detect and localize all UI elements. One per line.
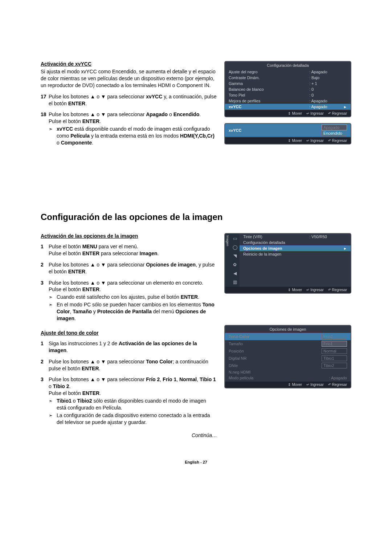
osd-row: Ajuste del negro: Apagado bbox=[225, 69, 351, 75]
tono-note-b: La configuración de cada dispositivo ext… bbox=[49, 412, 217, 426]
step-3: 3 Pulse los botones ▲ o ▼ para seleccion… bbox=[41, 280, 217, 322]
osd-sidebar-icons: ▭ ◯ ◥ ✿ ◀ ▥ bbox=[230, 234, 240, 287]
right-arrow-icon: ► bbox=[342, 105, 347, 109]
osd-imagen-menu: Imagen ▭ ◯ ◥ ✿ ◀ ▥ Tinte (V/R): V50/R50 … bbox=[224, 233, 351, 294]
move-hint: Mover bbox=[288, 288, 302, 292]
note-body: Tibio1 o Tibio2 sólo están disponibles c… bbox=[57, 398, 217, 411]
enter-hint: Ingresar bbox=[306, 139, 324, 143]
setup-icon: ✿ bbox=[232, 262, 238, 267]
opciones-imagen-block: Activación de las opciones de la imagen … bbox=[41, 233, 351, 438]
step-18-note: xvYCC está disponible cuando el modo de … bbox=[49, 126, 217, 146]
xvycc-intro: Si ajusta el modo xvYCC como Encendido, … bbox=[41, 68, 217, 89]
note-body: En el modo PC sólo se pueden hacer cambi… bbox=[57, 301, 217, 322]
step-body: Siga las instrucciones 1 y 2 de Activaci… bbox=[49, 340, 217, 354]
note-body: xvYCC está disponible cuando el modo de … bbox=[57, 126, 217, 146]
step-1: 1 Pulse el botón MENU para ver el menú. … bbox=[41, 243, 217, 257]
osd-row: N.neg HDMI bbox=[225, 369, 351, 375]
option-normal: Normal bbox=[322, 348, 347, 354]
xvycc-shots: Configuración detallada Ajuste del negro… bbox=[224, 61, 351, 150]
option-frio1: Frío1 bbox=[322, 341, 347, 347]
osd-flex: Imagen ▭ ◯ ◥ ✿ ◀ ▥ Tinte (V/R): V50/R50 … bbox=[225, 234, 351, 287]
osd-row-selected: Tono ColorFrío2 bbox=[225, 333, 351, 340]
opciones-shots: Imagen ▭ ◯ ◥ ✿ ◀ ▥ Tinte (V/R): V50/R50 … bbox=[224, 233, 351, 438]
osd-row: Contraste Dinám.: Bajo bbox=[225, 75, 351, 81]
osd-row: Modo película: Apagado bbox=[225, 375, 351, 381]
osd-opciones-imagen: Opciones de imagen Tono ColorFrío2 Tamañ… bbox=[224, 325, 351, 388]
osd-row: DNIeTibio2 bbox=[225, 362, 351, 369]
osd-body: xvYCC Apagado Encendido bbox=[225, 124, 351, 138]
step-3-note-a: Cuando esté satisfecho con los ajustes, … bbox=[49, 294, 217, 301]
osd-footer: Mover Ingresar Regresar bbox=[225, 110, 351, 117]
osd-row: Mejora de perfiles: Apagado bbox=[225, 98, 351, 104]
enter-hint: Ingresar bbox=[306, 111, 324, 115]
note-body: La configuración de cada dispositivo ext… bbox=[57, 412, 217, 426]
step-num: 2 bbox=[41, 261, 49, 275]
step-body: Pulse los botones ▲ o ▼ para seleccionar… bbox=[49, 93, 217, 107]
osd-body: Tinte (V/R): V50/R50 Configuración detal… bbox=[240, 234, 351, 287]
osd-body: Ajuste del negro: Apagado Contraste Diná… bbox=[225, 69, 351, 110]
move-hint: Mover bbox=[288, 111, 302, 115]
step-body: Pulse los botones ▲ o ▼ para seleccionar… bbox=[49, 111, 217, 146]
step-18: 18 Pulse los botones ▲ o ▼ para seleccio… bbox=[41, 111, 217, 146]
tono-step-3: 3 Pulse los botones ▲ o ▼ para seleccion… bbox=[41, 376, 217, 425]
step-body: Pulse los botones ▲ o ▼ para seleccionar… bbox=[49, 261, 217, 275]
sound-icon: ◯ bbox=[232, 245, 238, 250]
option-encendido: Encendido bbox=[322, 130, 347, 136]
step-3-note-b: En el modo PC sólo se pueden hacer cambi… bbox=[49, 301, 217, 322]
osd-row-selected: Opciones de imagen► bbox=[240, 245, 351, 251]
manual-page: Activación de xvYCC Si ajusta el modo xv… bbox=[0, 0, 392, 486]
return-hint: Regresar bbox=[328, 288, 347, 292]
move-hint: Mover bbox=[288, 383, 302, 387]
option-tibio2: Tibio2 bbox=[322, 363, 347, 368]
osd-row: Configuración detallada bbox=[240, 240, 351, 245]
osd-footer: Mover Ingresar Regresar bbox=[225, 382, 351, 388]
osd-row: Tono Piel: 0 bbox=[225, 92, 351, 98]
return-hint: Regresar bbox=[328, 383, 347, 387]
osd-row: Tinte (V/R): V50/R50 bbox=[240, 234, 351, 240]
step-num: 1 bbox=[41, 243, 49, 257]
note-arrow-icon bbox=[49, 294, 57, 301]
step-body: Pulse el botón MENU para ver el menú. Pu… bbox=[49, 243, 217, 257]
move-hint: Mover bbox=[288, 139, 302, 143]
osd-row: Gamma: + 1 bbox=[225, 81, 351, 86]
enter-hint: Ingresar bbox=[306, 288, 324, 292]
note-arrow-icon bbox=[49, 301, 57, 322]
osd-xvycc-options: xvYCC Apagado Encendido Mover Ingresar R… bbox=[224, 123, 351, 144]
step-num: 3 bbox=[41, 280, 49, 322]
step-body: Pulse los botones ▲ o ▼ para seleccionar… bbox=[49, 358, 217, 372]
continue-label: Continúa… bbox=[41, 432, 217, 438]
step-num: 3 bbox=[41, 376, 49, 425]
input-icon: ◀ bbox=[232, 271, 238, 276]
xvycc-title: Activación de xvYCC bbox=[41, 61, 217, 67]
tono-note-a: Tibio1 o Tibio2 sólo están disponibles c… bbox=[49, 398, 217, 411]
xvycc-text: Activación de xvYCC Si ajusta el modo xv… bbox=[41, 61, 217, 150]
note-arrow-icon bbox=[49, 398, 57, 411]
tono-step-2: 2 Pulse los botones ▲ o ▼ para seleccion… bbox=[41, 358, 217, 372]
note-body: Cuando esté satisfecho con los ajustes, … bbox=[57, 294, 217, 301]
osd-row: Reinicio de la imagen bbox=[240, 251, 351, 257]
step-2: 2 Pulse los botones ▲ o ▼ para seleccion… bbox=[41, 261, 217, 275]
step-num: 1 bbox=[41, 340, 49, 354]
step-body: Pulse los botones ▲ o ▼ para seleccionar… bbox=[49, 280, 217, 322]
xvycc-block: Activación de xvYCC Si ajusta el modo xv… bbox=[41, 61, 351, 150]
step-17: 17 Pulse los botones ▲ o ▼ para seleccio… bbox=[41, 93, 217, 107]
note-arrow-icon bbox=[49, 126, 57, 146]
option-tibio1: Tibio1 bbox=[322, 355, 347, 361]
note-arrow-icon bbox=[49, 412, 57, 426]
step-body: Pulse los botones ▲ o ▼ para seleccionar… bbox=[49, 376, 217, 425]
osd-row: Balanceo de blanco: 0 bbox=[225, 86, 351, 92]
opciones-title: Activación de las opciones de la imagen bbox=[41, 233, 217, 239]
osd-side-label: Imagen bbox=[225, 234, 230, 287]
osd-body: Tono ColorFrío2 TamañoFrío1 PosiciónNorm… bbox=[225, 333, 351, 382]
osd-row: Digital NRTibio1 bbox=[225, 355, 351, 362]
osd-row-selected: xvYCC: Apagado► bbox=[225, 104, 351, 110]
osd-footer: Mover Ingresar Regresar bbox=[225, 287, 351, 293]
opciones-text: Activación de las opciones de la imagen … bbox=[41, 233, 217, 438]
picture-icon: ▭ bbox=[232, 236, 238, 241]
channel-icon: ◥ bbox=[232, 253, 238, 258]
osd-row: PosiciónNormal bbox=[225, 347, 351, 355]
step-num: 18 bbox=[41, 111, 49, 146]
osd-footer: Mover Ingresar Regresar bbox=[225, 138, 351, 144]
page-footer: English - 27 bbox=[41, 460, 351, 464]
option-frio2: Frío2 bbox=[322, 334, 347, 339]
